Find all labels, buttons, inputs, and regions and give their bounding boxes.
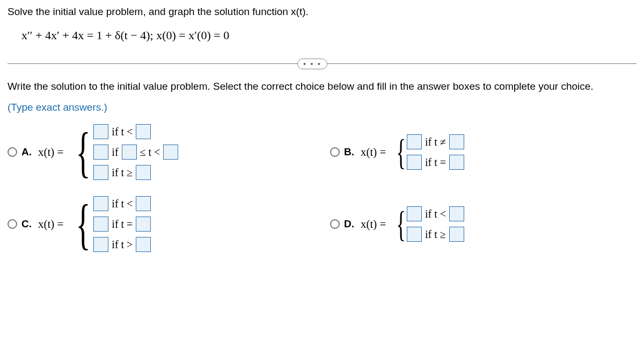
label-b: B. (344, 146, 354, 158)
label-c: C. (21, 218, 32, 230)
brace-b: { (397, 138, 406, 167)
case-a3: if t ≥ (93, 165, 178, 180)
cond-text: if t ≥ (112, 167, 133, 179)
brace-c: { (76, 201, 91, 246)
case-d1: if t < (407, 206, 464, 221)
section-divider: • • • (8, 59, 636, 69)
label-a: A. (21, 146, 32, 158)
case-b1: if t ≠ (407, 134, 464, 149)
brace-a: { (76, 129, 91, 174)
answer-box[interactable] (93, 124, 108, 139)
piecewise-c: { if t < if t = if t > (70, 196, 151, 252)
answer-box[interactable] (136, 217, 151, 232)
cond-text: if t < (112, 126, 133, 138)
xt-eq-c: x(t) = (38, 218, 63, 231)
answer-box[interactable] (93, 145, 108, 160)
piecewise-b: { if t ≠ if t = (392, 134, 464, 170)
cond-text: if t ≠ (425, 136, 446, 148)
radio-b[interactable] (330, 147, 340, 157)
choice-a: A. x(t) = { if t < if ≤ t < (8, 124, 314, 180)
radio-c[interactable] (8, 219, 17, 229)
case-b2: if t = (407, 155, 464, 170)
xt-eq-b: x(t) = (361, 146, 386, 159)
answer-box[interactable] (136, 237, 151, 252)
radio-a[interactable] (8, 147, 17, 157)
case-a1: if t < (93, 124, 178, 139)
piecewise-d: { if t < if t ≥ (392, 206, 464, 242)
xt-eq-a: x(t) = (38, 146, 63, 159)
answer-box[interactable] (449, 206, 464, 221)
choice-d: D. x(t) = { if t < if t ≥ (330, 196, 636, 252)
answer-box[interactable] (449, 155, 464, 170)
divider-right (327, 63, 636, 64)
case-c2: if t = (93, 217, 151, 232)
answer-box[interactable] (449, 227, 464, 242)
answer-box[interactable] (407, 227, 422, 242)
choice-b: B. x(t) = { if t ≠ if t = (330, 124, 636, 180)
instruction-text: Write the solution to the initial value … (8, 79, 636, 95)
answer-box[interactable] (136, 165, 151, 180)
answer-box[interactable] (136, 196, 151, 211)
cond-text: if t < (112, 198, 133, 210)
answer-box[interactable] (449, 134, 464, 149)
problem-statement: Solve the initial value problem, and gra… (8, 4, 636, 20)
cond-text: if (112, 146, 118, 159)
case-c1: if t < (93, 196, 151, 211)
xt-eq-d: x(t) = (361, 218, 386, 231)
divider-left (8, 63, 297, 64)
answer-box[interactable] (136, 124, 151, 139)
cond-text: if t > (112, 239, 133, 251)
answer-box[interactable] (122, 145, 137, 160)
radio-d[interactable] (330, 219, 340, 229)
answer-box[interactable] (93, 237, 108, 252)
case-c3: if t > (93, 237, 151, 252)
case-d2: if t ≥ (407, 227, 464, 242)
answer-box[interactable] (93, 165, 108, 180)
answer-box[interactable] (163, 145, 178, 160)
answer-box[interactable] (93, 217, 108, 232)
case-a2: if ≤ t < (93, 145, 178, 160)
choice-c: C. x(t) = { if t < if t = if t > (8, 196, 314, 252)
hint-text: (Type exact answers.) (8, 102, 636, 113)
cond-text: if t = (425, 156, 446, 169)
answer-box[interactable] (407, 134, 422, 149)
problem-equation: x′′ + 4x′ + 4x = 1 + δ(t − 4); x(0) = x′… (8, 28, 636, 42)
brace-d: { (397, 210, 406, 239)
answer-box[interactable] (407, 206, 422, 221)
cond-text: if t < (425, 208, 446, 220)
answer-box[interactable] (407, 155, 422, 170)
choices-grid: A. x(t) = { if t < if ≤ t < (8, 124, 636, 252)
label-d: D. (344, 218, 354, 230)
cond-text: ≤ t < (140, 146, 160, 159)
cond-text: if t ≥ (425, 228, 446, 241)
cond-text: if t = (112, 218, 133, 230)
piecewise-a: { if t < if ≤ t < if t ≥ (70, 124, 178, 180)
ellipsis-capsule[interactable]: • • • (297, 59, 327, 69)
answer-box[interactable] (93, 196, 108, 211)
